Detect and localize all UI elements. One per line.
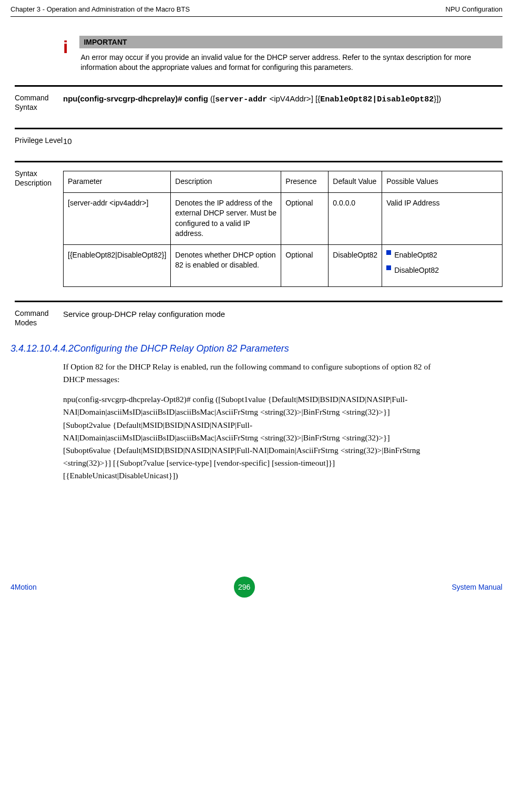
command-syntax-row: Command Syntax npu(config-srvcgrp-dhcpre… — [15, 85, 502, 112]
th-presence: Presence — [281, 171, 329, 192]
cell-param: [{EnableOpt82|DisableOpt82}] — [64, 244, 171, 286]
th-default: Default Value — [329, 171, 382, 192]
square-bullet-icon — [386, 250, 391, 255]
command-syntax-label: Command Syntax — [15, 93, 63, 112]
body-paragraph: If Option 82 for the DHCP Relay is enabl… — [11, 361, 436, 386]
th-parameter: Parameter — [64, 171, 171, 192]
page-header: Chapter 3 - Operation and Administration… — [11, 3, 502, 17]
command-modes-value: Service group-DHCP relay configuration m… — [63, 309, 502, 320]
syntax-parameters-table: Parameter Description Presence Default V… — [63, 171, 502, 287]
heading-title: Configuring the DHCP Relay Option 82 Par… — [74, 343, 289, 354]
page-footer: 4Motion 296 System Manual — [11, 577, 502, 598]
command-syntax-value: npu(config-srvcgrp-dhcprelay)# config ([… — [63, 93, 502, 106]
table-header-row: Parameter Description Presence Default V… — [64, 171, 502, 192]
table-row: [server-addr <ipv4addr>] Denotes the IP … — [64, 192, 502, 244]
cell-desc: Denotes whether DHCP option 82 is enable… — [171, 244, 281, 286]
chapter-title: Chapter 3 - Operation and Administration… — [11, 5, 190, 13]
cell-presence: Optional — [281, 192, 329, 244]
cell-presence: Optional — [281, 244, 329, 286]
cell-possible: EnableOpt82 DisableOpt82 — [382, 244, 502, 286]
syntax-description-label: Syntax Description — [15, 169, 63, 188]
important-heading: IMPORTANT — [79, 36, 502, 48]
privilege-row: Privilege Level 10 — [15, 128, 502, 147]
cell-default: 0.0.0.0 — [329, 192, 382, 244]
cell-possible: Valid IP Address — [382, 192, 502, 244]
th-description: Description — [171, 171, 281, 192]
heading-number: 3.4.12.10.4.4.2 — [11, 343, 74, 354]
important-text: An error may occur if you provide an inv… — [79, 53, 502, 73]
cmd-end: }]) — [434, 94, 441, 103]
cell-desc: Denotes the IP address of the external D… — [171, 192, 281, 244]
subsection-heading: 3.4.12.10.4.4.2Configuring the DHCP Rela… — [11, 343, 502, 354]
cmd-mono1: server-addr — [215, 95, 267, 104]
table-row: [{EnableOpt82|DisableOpt82}] Denotes whe… — [64, 244, 502, 286]
command-modes-label: Command Modes — [15, 309, 63, 327]
cell-default: DisableOpt82 — [329, 244, 382, 286]
command-modes-row: Command Modes Service group-DHCP relay c… — [15, 301, 502, 327]
cmd-mono2: EnableOpt82|DisableOpt82 — [320, 95, 434, 104]
possible-value-item: DisableOpt82 — [394, 265, 439, 276]
footer-right: System Manual — [452, 583, 502, 591]
page-number-badge: 296 — [234, 577, 255, 598]
privilege-label: Privilege Level — [15, 136, 63, 145]
info-icon: i — [63, 36, 68, 56]
possible-value-item: EnableOpt82 — [394, 250, 437, 261]
cmd-prefix: npu(config-srvcgrp-dhcprelay)# config — [63, 94, 208, 103]
footer-left: 4Motion — [11, 583, 37, 591]
th-possible: Possible Values — [382, 171, 502, 192]
body-command-block: npu(config-srvcgrp-dhcprelay-Opt82)# con… — [11, 393, 436, 481]
section-title: NPU Configuration — [446, 5, 502, 13]
syntax-description-row: Syntax Description Parameter Description… — [15, 161, 502, 287]
cmd-open: ([ — [208, 94, 215, 103]
important-block: i IMPORTANT An error may occur if you pr… — [63, 36, 502, 73]
privilege-value: 10 — [63, 136, 502, 147]
square-bullet-icon — [386, 265, 391, 270]
cell-param: [server-addr <ipv4addr>] — [64, 192, 171, 244]
cmd-mid: <ipV4Addr>] [{ — [267, 94, 320, 103]
